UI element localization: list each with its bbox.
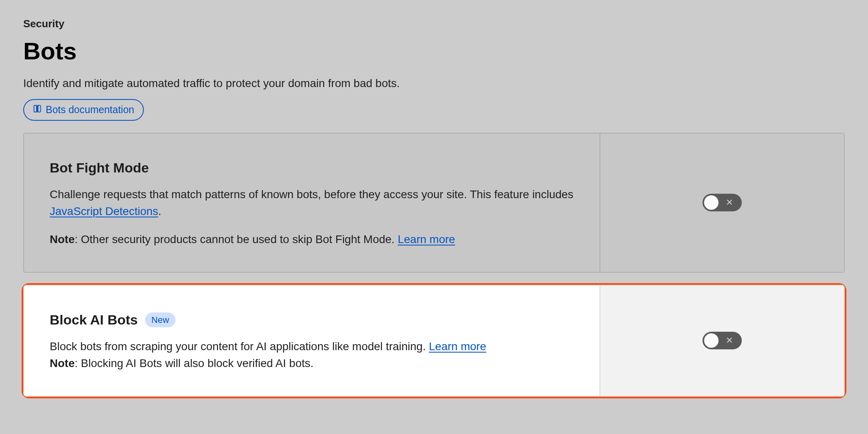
bots-settings-page: Security Bots Identify and mitigate auto… — [0, 0, 868, 413]
block-ai-bots-description: Block bots from scraping your content fo… — [50, 338, 575, 372]
bot-fight-mode-note: Note: Other security products cannot be … — [50, 231, 575, 248]
block-ai-bots-content: Block AI Bots New Block bots from scrapi… — [24, 286, 600, 396]
block-ai-bots-card: Block AI Bots New Block bots from scrapi… — [23, 285, 845, 397]
book-icon — [33, 102, 42, 118]
bot-fight-mode-toggle-area: ✕ — [600, 134, 844, 272]
block-ai-bots-toggle-area: ✕ — [600, 286, 844, 396]
bot-fight-mode-title: Bot Fight Mode — [50, 158, 575, 178]
bot-fight-mode-learn-more-link[interactable]: Learn more — [398, 233, 455, 245]
javascript-detections-link[interactable]: JavaScript Detections — [50, 205, 158, 217]
bot-fight-mode-description: Challenge requests that match patterns o… — [50, 186, 575, 220]
new-badge: New — [145, 312, 176, 327]
toggle-knob — [704, 195, 719, 210]
block-ai-bots-highlight: Block AI Bots New Block bots from scrapi… — [23, 285, 845, 397]
block-ai-bots-title: Block AI Bots New — [50, 310, 575, 330]
block-ai-bots-learn-more-link[interactable]: Learn more — [429, 340, 486, 353]
bot-fight-mode-toggle[interactable]: ✕ — [702, 194, 742, 211]
bot-fight-mode-card: Bot Fight Mode Challenge requests that m… — [23, 133, 845, 273]
bot-fight-mode-content: Bot Fight Mode Challenge requests that m… — [24, 134, 600, 272]
x-icon: ✕ — [726, 198, 733, 207]
block-ai-bots-toggle[interactable]: ✕ — [702, 332, 742, 349]
page-title: Bots — [23, 33, 845, 69]
breadcrumb: Security — [23, 16, 845, 32]
toggle-knob — [704, 333, 719, 348]
page-subtitle: Identify and mitigate automated traffic … — [23, 75, 845, 92]
x-icon: ✕ — [726, 336, 733, 345]
bots-documentation-link[interactable]: Bots documentation — [23, 99, 144, 121]
bots-documentation-label: Bots documentation — [46, 102, 134, 118]
